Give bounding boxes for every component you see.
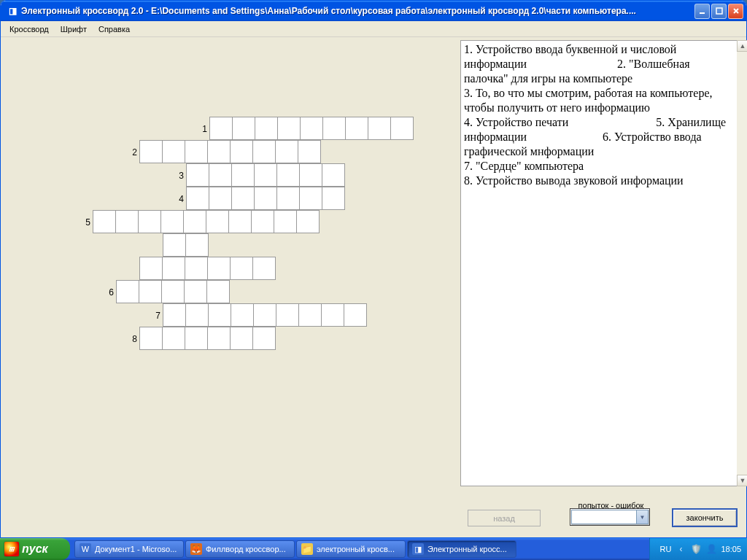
crossword-cell[interactable] [253,303,276,327]
word-icon: W [80,543,91,555]
crossword-cell[interactable] [368,117,391,140]
crossword-cell[interactable] [185,257,208,280]
tray-chevron-icon[interactable]: ‹ [675,543,686,555]
crossword-cell[interactable] [163,303,186,327]
crossword-cell[interactable] [138,210,161,233]
crossword-cell[interactable] [228,210,252,233]
crossword-cell[interactable] [162,257,185,280]
crossword-cell[interactable] [206,280,230,303]
crossword-cell[interactable] [184,280,207,303]
crossword-cell[interactable] [322,117,346,140]
crossword-cell[interactable] [185,140,208,163]
crossword-cell[interactable] [183,210,206,233]
dropdown-arrow-icon[interactable]: ▼ [637,510,649,524]
crossword-cell[interactable] [299,163,322,187]
crossword-cell[interactable] [252,257,276,280]
crossword-cell[interactable] [344,303,367,327]
crossword-cell[interactable] [252,140,276,163]
crossword-cell[interactable] [298,303,322,327]
taskbar-item[interactable]: ◨Электронный кросс... [407,540,516,558]
taskbar: ⊞ пуск WДокумент1 - Microso...🦊Филлворд … [0,538,747,560]
crossword-cell[interactable] [163,233,186,257]
crossword-cell[interactable] [275,140,298,163]
crossword-cell[interactable] [322,187,345,210]
crossword-cell[interactable] [209,187,232,210]
crossword-cell[interactable] [207,327,231,350]
start-button[interactable]: ⊞ пуск [0,538,70,560]
crossword-cell[interactable] [322,163,345,187]
tray-user-icon[interactable]: 👤 [705,543,717,555]
back-button[interactable]: назад [468,510,541,526]
crossword-cell[interactable] [139,257,163,280]
titlebar[interactable]: ◨ Электронный кроссворд 2.0 - E:\Documen… [1,1,746,21]
crossword-cell[interactable] [251,210,274,233]
crossword-cell[interactable] [208,303,231,327]
crossword-cell[interactable] [230,140,253,163]
app-icon: ◨ [7,5,18,17]
crossword-cell[interactable] [186,187,209,210]
maximize-button[interactable] [711,4,727,19]
menu-help[interactable]: Справка [93,23,136,36]
crossword-cell[interactable] [209,163,232,187]
taskbar-item[interactable]: WДокумент1 - Microso... [74,540,184,558]
crossword-cell[interactable] [185,327,208,350]
crossword-cell[interactable] [274,210,297,233]
scroll-up-icon[interactable]: ▲ [737,40,747,52]
attempts-input[interactable] [571,510,637,524]
crossword-cell[interactable] [162,140,185,163]
crossword-cell[interactable] [390,117,414,140]
clues-scrollbar[interactable]: ▲ ▼ [737,40,747,486]
menu-font[interactable]: Шрифт [55,23,93,36]
crossword-cell[interactable] [161,280,185,303]
taskbar-item[interactable]: 📁электронный кросв... [296,540,406,558]
crossword-cell[interactable] [139,140,163,163]
finish-button[interactable]: закончить [672,508,738,527]
crossword-cell[interactable] [230,327,253,350]
task-items: WДокумент1 - Microso...🦊Филлворд кроссво… [70,538,649,560]
crossword-cell[interactable] [231,303,254,327]
minimize-button[interactable] [694,4,710,19]
crossword-cell[interactable] [162,327,185,350]
crossword-cell[interactable] [254,187,277,210]
crossword-cell[interactable] [255,117,278,140]
system-tray[interactable]: RU ‹ 🛡️ 👤 18:05 [649,538,747,560]
crossword-cell[interactable] [277,117,301,140]
crossword-cell[interactable] [185,233,209,257]
crossword-cell[interactable] [230,257,253,280]
crossword-cell[interactable] [231,187,255,210]
crossword-cell[interactable] [115,210,139,233]
crossword-cell[interactable] [299,187,322,210]
taskbar-item[interactable]: 🦊Филлворд кроссвор... [185,540,295,558]
crossword-cell[interactable] [116,280,139,303]
crossword-cell[interactable] [276,303,299,327]
crossword-cell[interactable] [321,303,344,327]
crossword-cell[interactable] [296,210,320,233]
crossword-cell[interactable] [345,117,368,140]
crossword-cell[interactable] [276,163,300,187]
crossword-cell[interactable] [207,140,231,163]
crossword-cell[interactable] [186,163,209,187]
crossword-cell[interactable] [93,210,116,233]
language-indicator[interactable]: RU [660,545,672,553]
crossword-cell[interactable] [207,257,231,280]
crossword-cell[interactable] [206,210,229,233]
crossword-cell[interactable] [252,327,276,350]
crossword-cell[interactable] [298,140,321,163]
crossword-cell[interactable] [209,117,233,140]
clue-number: 4 [163,187,187,211]
menu-crossword[interactable]: Кроссворд [4,23,55,36]
crossword-cell[interactable] [160,210,184,233]
crossword-cell[interactable] [139,280,162,303]
clock[interactable]: 18:05 [721,545,741,553]
menubar: Кроссворд Шрифт Справка [1,21,746,37]
crossword-cell[interactable] [231,163,255,187]
scroll-down-icon[interactable]: ▼ [737,475,747,486]
crossword-cell[interactable] [254,163,277,187]
crossword-cell[interactable] [185,303,209,327]
crossword-cell[interactable] [300,117,323,140]
tray-volume-icon[interactable]: 🛡️ [690,543,702,555]
crossword-cell[interactable] [232,117,255,140]
close-button[interactable] [728,4,743,19]
crossword-cell[interactable] [139,327,163,350]
crossword-cell[interactable] [276,187,300,210]
